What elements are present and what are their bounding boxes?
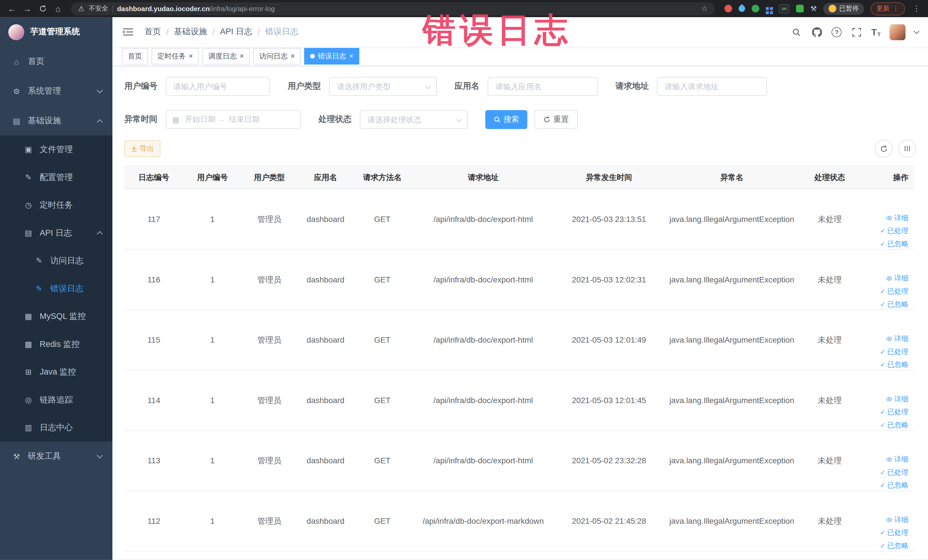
sidebar-item-dev-tools[interactable]: ⚒ 研发工具 [0,442,112,471]
breadcrumb-infra[interactable]: 基础设施 [174,26,207,37]
export-button[interactable]: 导出 [124,140,160,157]
sidebar-item-system[interactable]: ⚙ 系统管理 [0,76,112,106]
sidebar-item-trace[interactable]: ◎ 链路追踪 [0,386,112,414]
user-type-select[interactable] [329,77,437,96]
extension-leaf-icon[interactable] [796,5,804,12]
sidebar-item-log-center[interactable]: ▥ 日志中心 [0,414,112,442]
user-avatar[interactable] [890,24,905,40]
close-icon[interactable]: × [240,53,244,60]
paused-label: 已暂停 [839,4,859,13]
sidebar-item-access-log[interactable]: ✎ 访问日志 [0,247,112,275]
detail-link[interactable]: 详细 [886,334,908,344]
reload-icon[interactable] [35,2,50,16]
page-url[interactable]: dashboard.yudao.iocoder.cn/infra/log/api… [117,5,275,12]
sidebar-item-java[interactable]: ⊞ Java 监控 [0,358,112,386]
extension-drop-icon[interactable] [737,4,746,13]
ignore-link[interactable]: ✓已忽略 [880,481,908,491]
process-link[interactable]: ✓已处理 [880,468,908,478]
tag-error-log[interactable]: 错误日志× [304,48,359,64]
close-icon[interactable]: × [349,53,353,60]
sidebar-fold-icon[interactable] [122,26,133,38]
bookmark-star-icon[interactable]: ☆ [701,4,708,13]
update-chip[interactable]: 更新⋮ [871,2,905,15]
search-button[interactable]: 搜索 [485,110,527,129]
app-logo[interactable]: 芋道管理系统 [0,17,112,47]
sidebar-item-config[interactable]: ✎ 配置管理 [0,163,112,191]
sidebar-item-mysql[interactable]: ▦ MySQL 监控 [0,302,112,330]
font-size-icon[interactable]: TT [872,27,881,37]
detail-label: 详细 [894,515,908,525]
screen: ← → ⌂ ⚠ 不安全 dashboard.yudao.iocoder.cn/i… [0,0,928,560]
browser-menu-icon[interactable]: ⋮ [910,4,923,13]
search-icon[interactable] [790,26,802,38]
check-icon: ✓ [880,301,885,308]
tag-job[interactable]: 定时任务× [151,48,199,64]
clock-icon: ◷ [24,201,33,209]
app-name-input[interactable] [487,77,598,96]
filter-user-type: 用户类型 [288,77,437,96]
cell-url: /api/infra/db-doc/export-html [411,310,556,370]
fullscreen-icon[interactable] [851,26,862,38]
tag-home[interactable]: 首页 [122,48,148,64]
tag-access-log[interactable]: 访问日志× [253,48,301,64]
ignore-link[interactable]: ✓已忽略 [880,541,908,551]
back-icon[interactable]: ← [5,2,19,16]
sidebar-item-file[interactable]: ▣ 文件管理 [0,136,112,163]
github-icon[interactable] [811,26,823,38]
ignore-link[interactable]: ✓已忽略 [880,299,908,310]
process-link[interactable]: ✓已处理 [880,407,908,417]
detail-label: 详细 [894,213,908,223]
close-icon[interactable]: × [189,53,193,60]
cell-time: 2021-05-03 12:02:31 [556,250,662,310]
address-bar[interactable]: ⚠ 不安全 dashboard.yudao.iocoder.cn/infra/l… [71,2,715,15]
extension-on-badge-icon[interactable]: on [779,4,790,13]
ignore-label: 已忽略 [887,541,908,551]
table-row: 114 1 管理员 dashboard GET /api/infra/db-do… [124,371,914,431]
cell-actions: 详细 ✓已处理 ✓已忽略 [858,310,914,370]
user-id-input[interactable] [166,77,270,96]
sidebar-item-error-log[interactable]: ✎ 错误日志 [0,275,112,303]
process-link[interactable]: ✓已处理 [880,287,908,296]
sidebar-item-redis[interactable]: ▩ Redis 监控 [0,330,112,358]
column-settings-button[interactable] [898,140,916,157]
sidebar-item-job[interactable]: ◷ 定时任务 [0,191,112,219]
tag-job-log[interactable]: 调度日志× [203,48,250,64]
extension-grid-icon[interactable] [766,7,769,10]
forward-icon[interactable]: → [20,2,35,16]
breadcrumb-api-log[interactable]: API 日志 [220,26,252,37]
ignore-link[interactable]: ✓已忽略 [880,420,908,430]
cell-method: GET [354,250,411,310]
sidebar-item-infra[interactable]: ▤ 基础设施 [0,106,112,136]
extension-red-icon[interactable] [725,5,732,12]
close-icon[interactable]: × [291,53,295,60]
process-link[interactable]: ✓已处理 [880,528,908,538]
ignore-link[interactable]: ✓已忽略 [880,360,908,370]
request-url-input[interactable] [657,77,767,96]
ignore-link[interactable]: ✓已忽略 [880,239,908,249]
extension-pickaxe-icon[interactable]: ⚒ [810,5,817,13]
sidebar-item-home[interactable]: ⌂ 首页 [0,47,112,76]
home-icon[interactable]: ⌂ [51,2,65,16]
detail-link[interactable]: 详细 [886,213,908,223]
extension-green-icon[interactable] [752,5,759,12]
refresh-button[interactable] [875,140,892,157]
detail-label: 详细 [894,334,908,344]
detail-link[interactable]: 详细 [886,394,908,404]
sidebar-item-api-log[interactable]: ▤ API 日志 [0,219,112,247]
detail-link[interactable]: 详细 [886,515,908,525]
process-link[interactable]: ✓已处理 [880,347,908,357]
reset-button[interactable]: 重置 [534,110,577,129]
check-icon: ✓ [880,482,885,490]
address-divider [112,5,113,12]
detail-link[interactable]: 详细 [886,273,908,283]
breadcrumb-home[interactable]: 首页 [144,26,161,37]
user-caret-down-icon[interactable] [913,28,919,34]
process-link[interactable]: ✓已处理 [880,226,908,236]
help-icon[interactable]: ? [832,27,842,37]
date-range-picker[interactable]: ▦ 开始日期 - 结束日期 [166,110,301,129]
process-status-select[interactable] [360,110,467,129]
paused-chip[interactable]: 已暂停 [823,3,864,14]
sidebar-item-label: API 日志 [40,227,72,238]
security-label[interactable]: 不安全 [89,4,108,13]
detail-link[interactable]: 详细 [886,455,908,464]
